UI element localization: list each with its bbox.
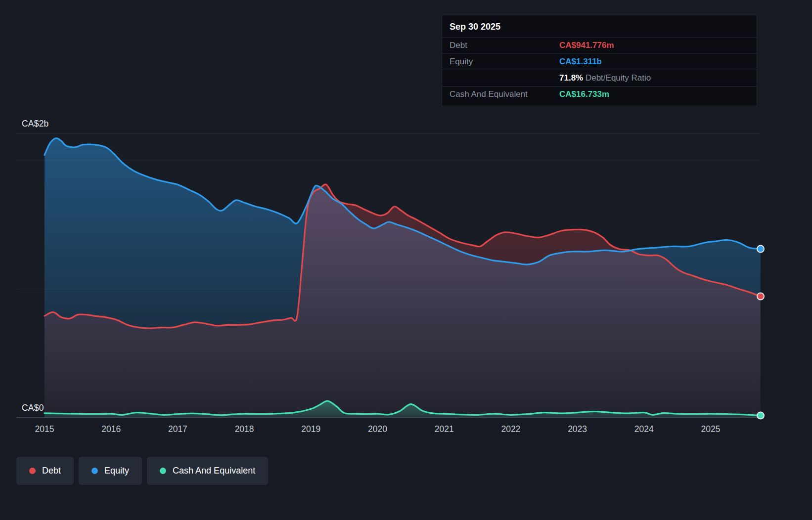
tooltip: Sep 30 2025 Debt CA$941.776m Equity CA$1… [442, 15, 757, 106]
cash-legend-dot-icon [160, 468, 166, 474]
x-tick-2019: 2019 [301, 424, 320, 434]
legend-item-cash[interactable]: Cash And Equivalent [147, 457, 268, 485]
x-tick-2017: 2017 [168, 424, 187, 434]
debt-legend-dot-icon [29, 468, 36, 474]
legend-debt-label: Debt [42, 466, 61, 476]
x-tick-2020: 2020 [368, 424, 387, 434]
tooltip-ratio-value: 71.8% [559, 73, 583, 83]
tooltip-equity-row: Equity CA$1.311b [442, 54, 757, 70]
tooltip-equity-label: Equity [450, 57, 559, 67]
x-tick-2023: 2023 [568, 424, 587, 434]
tooltip-cash-label: Cash And Equivalent [450, 89, 559, 99]
tooltip-ratio-row: 71.8% Debt/Equity Ratio [442, 70, 757, 87]
x-tick-2016: 2016 [101, 424, 121, 434]
x-tick-2025: 2025 [701, 424, 721, 434]
x-tick-2018: 2018 [235, 424, 254, 434]
x-tick-2021: 2021 [435, 424, 454, 434]
tooltip-debt-label: Debt [450, 41, 559, 50]
tooltip-cash-row: Cash And Equivalent CA$16.733m [442, 87, 757, 106]
x-tick-2022: 2022 [501, 424, 520, 434]
debt-equity-chart: CA$2b CA$0 20152016201720182019202020212… [0, 0, 812, 520]
y-axis-label-bottom: CA$0 [22, 403, 44, 413]
legend-equity-label: Equity [104, 466, 129, 476]
legend-cash-label: Cash And Equivalent [173, 466, 255, 476]
y-axis-label-top: CA$2b [22, 119, 49, 129]
x-tick-2024: 2024 [634, 424, 654, 434]
x-tick-2015: 2015 [35, 424, 54, 434]
tooltip-equity-value: CA$1.311b [559, 57, 602, 67]
legend-item-debt[interactable]: Debt [16, 457, 74, 485]
tooltip-date: Sep 30 2025 [442, 15, 757, 38]
tooltip-cash-value: CA$16.733m [559, 89, 609, 99]
legend: Debt Equity Cash And Equivalent [16, 457, 268, 485]
equity-legend-dot-icon [91, 468, 98, 474]
tooltip-ratio-label: Debt/Equity Ratio [586, 73, 651, 83]
tooltip-debt-row: Debt CA$941.776m [442, 38, 757, 54]
tooltip-debt-value: CA$941.776m [559, 41, 614, 50]
legend-item-equity[interactable]: Equity [79, 457, 142, 485]
